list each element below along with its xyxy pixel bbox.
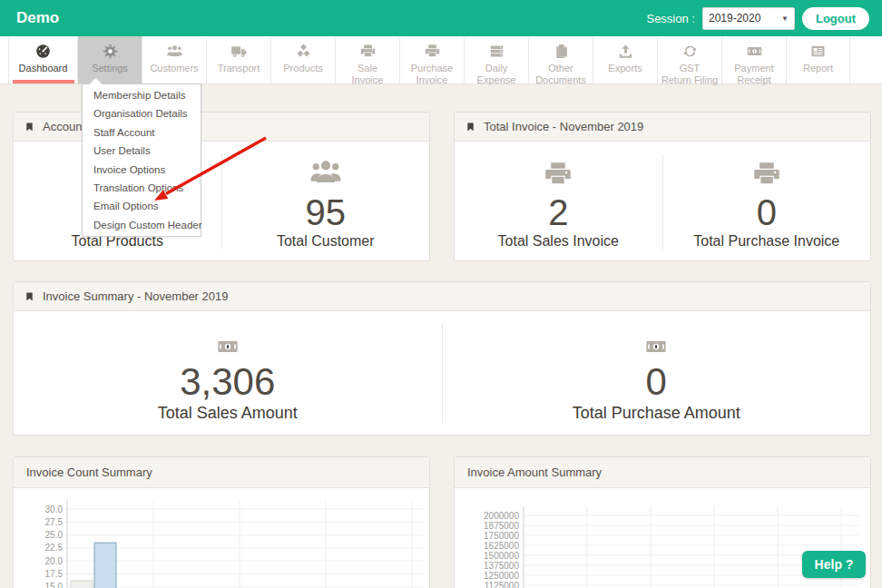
app-title: Demo bbox=[16, 9, 646, 27]
users-icon bbox=[309, 155, 343, 193]
bookmark-icon bbox=[24, 121, 34, 133]
nav-item-sale-invoice[interactable]: Sale Invoice bbox=[335, 36, 399, 83]
printer-icon bbox=[543, 159, 573, 193]
nav-item-label: Sale Invoice bbox=[336, 63, 399, 86]
invoice-amount-card-header: Invoice Amount Summary bbox=[455, 457, 870, 488]
nav-item-label: Dashboard bbox=[12, 63, 75, 74]
account-summary-card-header: Account bbox=[14, 113, 429, 142]
nav-item-label: Other Documents bbox=[529, 63, 593, 86]
svg-text:1500000: 1500000 bbox=[484, 551, 519, 561]
nav-item-dashboard[interactable]: Dashboard bbox=[8, 36, 77, 83]
stat-label: Total Purchase Amount bbox=[573, 404, 740, 423]
card-title: Total Invoice - November 2019 bbox=[484, 120, 643, 133]
nav-item-other-documents[interactable]: Other Documents bbox=[528, 36, 593, 83]
menu-item-translation-options[interactable]: Translation Options bbox=[83, 179, 201, 197]
nav-item-label: Daily Expense bbox=[465, 63, 528, 86]
bookmark-icon bbox=[24, 290, 34, 303]
nav-item-customers[interactable]: Customers bbox=[142, 36, 206, 83]
menu-item-user-details[interactable]: User Details bbox=[83, 142, 201, 160]
stat-label: Total Sales Invoice bbox=[498, 233, 619, 250]
nav-item-report[interactable]: Report bbox=[786, 36, 850, 83]
svg-text:1375000: 1375000 bbox=[484, 561, 519, 571]
nav-item-label: Exports bbox=[593, 63, 657, 74]
svg-text:22.5: 22.5 bbox=[45, 543, 64, 553]
total-invoice-card: Total Invoice - November 2019 2Total Sal… bbox=[454, 112, 871, 261]
stat-total-sales-amount: 3,306Total Sales Amount bbox=[14, 311, 442, 436]
card-title: Invoice Summary - November 2019 bbox=[43, 289, 228, 303]
logout-button[interactable]: Logout bbox=[802, 7, 869, 30]
card-title: Invoice Count Summary bbox=[26, 466, 152, 479]
menu-item-organisation-details[interactable]: Organisation Details bbox=[83, 104, 201, 122]
printer-icon bbox=[359, 43, 377, 60]
total-invoice-stats: 2Total Sales Invoice0Total Purchase Invo… bbox=[455, 142, 870, 262]
money-icon bbox=[746, 43, 763, 60]
session-select-value: 2019-2020 bbox=[709, 12, 760, 24]
total-invoice-card-header: Total Invoice - November 2019 bbox=[455, 113, 870, 142]
nav-item-products[interactable]: Products bbox=[270, 36, 335, 83]
nav-item-label: Settings bbox=[78, 63, 142, 74]
svg-text:30.0: 30.0 bbox=[45, 505, 64, 514]
svg-text:1875000: 1875000 bbox=[484, 521, 519, 531]
nav-item-label: Products bbox=[271, 63, 335, 74]
nav-item-label: Payment Receipt bbox=[722, 63, 786, 86]
stat-total-customer: 95Total Customer bbox=[222, 142, 430, 262]
help-button[interactable]: Help ? bbox=[802, 551, 866, 578]
nav-item-gst-return-filing[interactable]: GST Return Filing bbox=[657, 36, 721, 83]
svg-text:25.0: 25.0 bbox=[45, 530, 64, 540]
stat-value: 3,306 bbox=[180, 362, 275, 402]
sync-icon bbox=[681, 43, 699, 60]
stat-total-purchase-amount: 0Total Purchase Amount bbox=[443, 311, 871, 436]
invoice-summary-stats: 3,306Total Sales Amount0Total Purchase A… bbox=[14, 311, 870, 436]
card-title: Account bbox=[43, 120, 85, 133]
svg-text:17.5: 17.5 bbox=[45, 569, 64, 579]
cubes-icon bbox=[295, 43, 312, 60]
stat-value: 95 bbox=[306, 193, 347, 231]
stat-total-purchase-invoice: 0Total Purchase Invoice bbox=[663, 142, 871, 262]
money-icon bbox=[644, 335, 668, 362]
stat-value: 0 bbox=[646, 362, 667, 402]
gear-icon bbox=[102, 43, 119, 60]
session-select[interactable]: 2019-2020 ▼ bbox=[702, 7, 795, 30]
invoice-count-chart: 30.027.525.022.520.017.515.0 bbox=[14, 488, 429, 588]
top-header-bar: Demo Session : 2019-2020 ▼ Logout bbox=[0, 0, 882, 36]
users-icon bbox=[166, 43, 183, 60]
svg-text:20.0: 20.0 bbox=[45, 556, 64, 566]
menu-item-design-custom-header[interactable]: Design Custom Header bbox=[83, 216, 201, 234]
nav-item-label: Customers bbox=[142, 63, 206, 74]
main-nav: DashboardSettingsCustomersTransportProdu… bbox=[0, 36, 882, 84]
nav-item-label: GST Return Filing bbox=[658, 63, 721, 86]
nav-item-label: Transport bbox=[207, 63, 270, 74]
printer-icon bbox=[424, 43, 441, 60]
invoice-count-card: Invoice Count Summary 30.027.525.022.520… bbox=[13, 456, 430, 588]
invoice-summary-card: Invoice Summary - November 2019 3,306Tot… bbox=[13, 281, 871, 436]
chart-bar bbox=[71, 581, 93, 588]
dashboard-icon bbox=[34, 43, 52, 60]
svg-text:1750000: 1750000 bbox=[484, 531, 519, 541]
nav-item-exports[interactable]: Exports bbox=[593, 36, 657, 83]
invoice-count-card-header: Invoice Count Summary bbox=[14, 457, 429, 488]
nav-item-settings[interactable]: Settings bbox=[77, 36, 142, 83]
chevron-down-icon: ▼ bbox=[781, 15, 789, 23]
documents-icon bbox=[553, 43, 570, 60]
svg-text:27.5: 27.5 bbox=[45, 517, 64, 527]
svg-text:1625000: 1625000 bbox=[484, 541, 519, 551]
upload-icon bbox=[617, 43, 634, 60]
nav-item-payment-receipt[interactable]: Payment Receipt bbox=[721, 36, 786, 83]
nav-item-label: Report bbox=[787, 63, 850, 74]
svg-text:2000000: 2000000 bbox=[484, 511, 519, 521]
menu-item-staff-account[interactable]: Staff Account bbox=[83, 123, 201, 142]
stat-total-sales-invoice: 2Total Sales Invoice bbox=[455, 142, 662, 262]
menu-item-invoice-options[interactable]: Invoice Options bbox=[83, 161, 201, 179]
card-title: Invoice Amount Summary bbox=[467, 466, 602, 479]
nav-item-transport[interactable]: Transport bbox=[206, 36, 270, 83]
nav-item-purchase-invoice[interactable]: Purchase Invoice bbox=[399, 36, 464, 83]
report-icon bbox=[809, 43, 827, 60]
session-area: Session : 2019-2020 ▼ Logout bbox=[646, 7, 869, 30]
account-summary-stats: Total Products95Total Customer bbox=[14, 142, 429, 262]
nav-item-daily-expense[interactable]: Daily Expense bbox=[464, 36, 528, 83]
truck-icon bbox=[230, 43, 248, 60]
menu-item-email-options[interactable]: Email Options bbox=[83, 197, 201, 215]
account-summary-card: Account Total Products95Total Customer bbox=[13, 112, 430, 261]
invoice-summary-card-header: Invoice Summary - November 2019 bbox=[14, 282, 870, 311]
menu-item-membership-details[interactable]: Membership Details bbox=[83, 86, 201, 104]
